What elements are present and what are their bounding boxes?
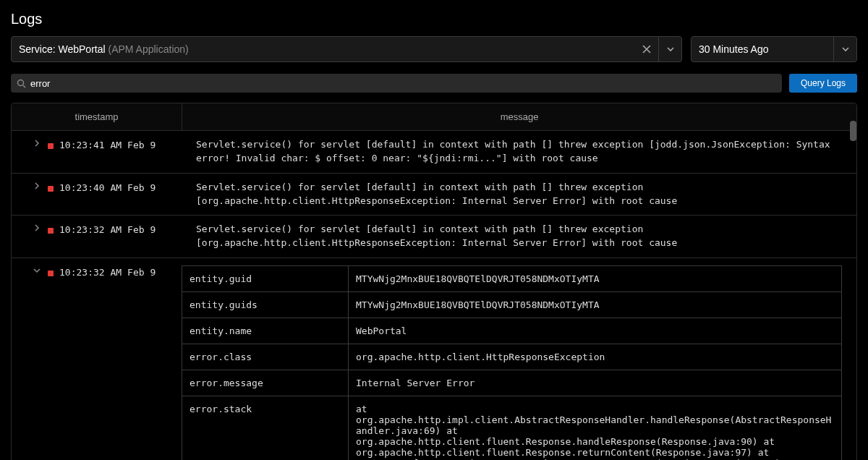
time-text: 10:23:40 AM [59,182,122,193]
time-range-select[interactable]: 30 Minutes Ago [691,36,857,62]
search-input[interactable] [26,78,776,89]
detail-row: entity.guidMTYwNjg2MnxBUE18QVBQTElDQVRJT… [182,266,842,292]
scrollbar-thumb[interactable] [850,121,856,141]
chevron-right-icon[interactable] [33,182,42,189]
date-text: Feb 9 [127,140,156,150]
timestamp-cell: 10:23:40 AMFeb 9 [12,181,182,208]
severity-dot [48,186,54,192]
chevron-right-icon[interactable] [33,224,42,231]
detail-row: error.classorg.apache.http.client.HttpRe… [182,344,842,370]
detail-row: error.stackat org.apache.http.impl.clien… [182,396,842,460]
table-header: timestamp message [12,103,856,131]
detail-value: at org.apache.http.impl.client.AbstractR… [349,396,842,460]
search-box[interactable] [11,74,782,93]
time-text: 10:23:41 AM [59,140,122,150]
detail-value: Internal Server Error [349,370,842,396]
date-text: Feb 9 [127,224,156,235]
detail-value: MTYwNjg2MnxBUE18QVBQTElDQVRJT058NDMxOTIy… [349,292,842,318]
service-select-label: Service: WebPortal (APM Application) [19,43,635,55]
detail-key: entity.guids [182,292,349,318]
detail-row: entity.guidsMTYwNjg2MnxBUE18QVBQTElDQVRJ… [182,292,842,318]
table-row-expanded[interactable]: 10:23:32 AMFeb 9entity.guidMTYwNjg2MnxBU… [12,258,856,460]
time-range-label: 30 Minutes Ago [699,43,833,55]
detail-row: entity.nameWebPortal [182,318,842,344]
chevron-down-icon[interactable] [833,37,856,61]
timestamp-cell: 10:23:41 AMFeb 9 [12,138,182,166]
detail-value: org.apache.http.client.HttpResponseExcep… [349,344,842,370]
clear-service-icon[interactable] [635,37,658,61]
chevron-right-icon[interactable] [33,140,42,147]
detail-key: entity.name [182,318,349,344]
detail-key: entity.guid [182,266,349,292]
table-row[interactable]: 10:23:40 AMFeb 9Servlet.service() for se… [12,174,856,216]
col-timestamp[interactable]: timestamp [12,111,182,122]
timestamp-cell: 10:23:32 AMFeb 9 [12,223,182,250]
timestamp-cell: 10:23:32 AMFeb 9 [12,265,182,460]
search-bar: Query Logs [11,74,857,93]
page-title: Logs [11,11,857,27]
detail-key: error.message [182,370,349,396]
detail-value: WebPortal [349,318,842,344]
detail-value: MTYwNjg2MnxBUE18QVBQTElDQVRJT058NDMxOTIy… [349,266,842,292]
severity-dot [48,143,54,149]
time-text: 10:23:32 AM [59,224,122,235]
message-cell: Servlet.service() for servlet [default] … [182,223,856,250]
service-select[interactable]: Service: WebPortal (APM Application) [11,36,682,62]
time-text: 10:23:32 AM [59,267,122,278]
date-text: Feb 9 [127,182,156,193]
table-row[interactable]: 10:23:41 AMFeb 9Servlet.service() for se… [12,131,856,174]
severity-dot [48,228,54,234]
chevron-down-icon[interactable] [33,267,42,274]
query-logs-button[interactable]: Query Logs [789,74,857,93]
message-cell: Servlet.service() for servlet [default] … [182,138,856,166]
chevron-down-icon[interactable] [658,37,681,61]
svg-point-0 [18,80,24,85]
search-icon [17,79,26,88]
detail-table: entity.guidMTYwNjg2MnxBUE18QVBQTElDQVRJT… [182,265,842,460]
logs-table: timestamp message 10:23:41 AMFeb 9Servle… [11,103,857,460]
severity-dot [48,271,54,276]
detail-row: error.messageInternal Server Error [182,370,842,396]
col-message[interactable]: message [182,103,856,130]
filter-bar: Service: WebPortal (APM Application) 30 … [11,36,857,62]
detail-key: error.stack [182,396,349,460]
date-text: Feb 9 [127,267,156,278]
detail-key: error.class [182,344,349,370]
message-cell: Servlet.service() for servlet [default] … [182,181,856,208]
table-row[interactable]: 10:23:32 AMFeb 9Servlet.service() for se… [12,216,856,258]
